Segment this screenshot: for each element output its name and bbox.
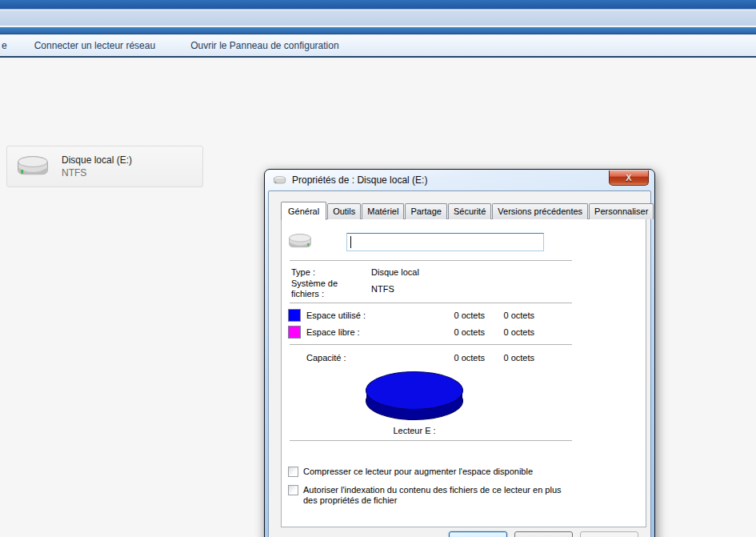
tab-materiel[interactable]: Matériel: [362, 203, 404, 219]
cancel-button[interactable]: Annuler: [514, 531, 573, 537]
separator: [290, 260, 572, 261]
dialog-titlebar[interactable]: Propriétés de : Disque local (E:): [265, 170, 654, 190]
drive-tile-filesystem: NTFS: [62, 167, 132, 178]
toolbar-item-open-control-panel[interactable]: Ouvrir le Panneau de configuration: [173, 40, 356, 51]
capacity-size: 0 octets: [485, 353, 534, 363]
apply-button[interactable]: Appliquer: [580, 531, 638, 537]
dialog-footer: OK Annuler Appliquer: [449, 531, 638, 537]
type-label: Type :: [291, 267, 315, 277]
used-space-bytes: 0 octets: [435, 311, 485, 320]
tab-versions-precedentes[interactable]: Versions précédentes: [492, 203, 588, 219]
type-value: Disque local: [371, 267, 419, 277]
dialog-title: Propriétés de : Disque local (E:): [292, 174, 427, 186]
text-caret: [350, 236, 351, 248]
ok-button[interactable]: OK: [449, 531, 507, 537]
separator: [290, 344, 572, 345]
hard-drive-icon: [15, 154, 50, 180]
tab-securite[interactable]: Sécurité: [448, 203, 491, 219]
used-space-label: Espace utilisé :: [306, 311, 366, 320]
compress-drive-label: Compresser ce lecteur pour augmenter l'e…: [303, 467, 533, 477]
pie-chart-label: Lecteur E :: [366, 426, 463, 435]
tab-general[interactable]: Général: [281, 202, 326, 220]
toolbar-item-map-network-drive[interactable]: Connecter un lecteur réseau: [17, 40, 173, 51]
properties-dialog: Propriétés de : Disque local (E:) X Géné…: [264, 169, 655, 537]
separator: [290, 303, 572, 303]
tab-personnaliser[interactable]: Personnaliser: [589, 203, 654, 219]
explorer-toolbar: e Connecter un lecteur réseau Ouvrir le …: [0, 35, 756, 58]
free-space-size: 0 octets: [485, 327, 534, 337]
capacity-label: Capacité :: [306, 353, 346, 363]
drive-tile-title: Disque local (E:): [62, 154, 132, 166]
close-icon: X: [626, 173, 631, 182]
close-button[interactable]: X: [609, 170, 649, 186]
used-space-swatch: [288, 309, 301, 322]
window-title-band: [0, 0, 756, 10]
tab-outils[interactable]: Outils: [327, 203, 361, 219]
filesystem-label: Système de fichiers :: [291, 279, 355, 299]
tab-strip: Général Outils Matériel Partage Sécurité…: [281, 202, 654, 219]
disk-usage-pie-chart: [366, 371, 463, 421]
drive-tile-local-disk-e[interactable]: Disque local (E:) NTFS: [6, 146, 203, 187]
allow-indexing-label: Autoriser l'indexation du contenu des fi…: [303, 485, 567, 506]
volume-label-input[interactable]: [346, 233, 544, 251]
separator: [290, 440, 572, 441]
filesystem-value: NTFS: [371, 284, 394, 294]
volume-drive-icon: [287, 232, 313, 251]
free-space-swatch: [288, 326, 301, 339]
dialog-body: Général Outils Matériel Partage Sécurité…: [268, 190, 651, 537]
capacity-bytes: 0 octets: [435, 353, 485, 363]
toolbar-item-partial[interactable]: e: [0, 40, 17, 51]
dialog-drive-icon: [273, 175, 286, 186]
address-bar-band: [0, 10, 756, 26]
pie-top-ellipse: [366, 371, 463, 410]
free-space-label: Espace libre :: [306, 327, 360, 337]
decorative-blue-band: [0, 27, 756, 34]
tab-partage[interactable]: Partage: [405, 203, 447, 219]
explorer-content-area: Disque local (E:) NTFS Propriétés de : D…: [0, 59, 756, 537]
compress-drive-checkbox[interactable]: [288, 467, 298, 477]
used-space-size: 0 octets: [485, 311, 534, 320]
tab-page-general: Type : Disque local Système de fichiers …: [281, 218, 646, 527]
allow-indexing-checkbox[interactable]: [288, 485, 298, 495]
free-space-bytes: 0 octets: [435, 327, 485, 337]
